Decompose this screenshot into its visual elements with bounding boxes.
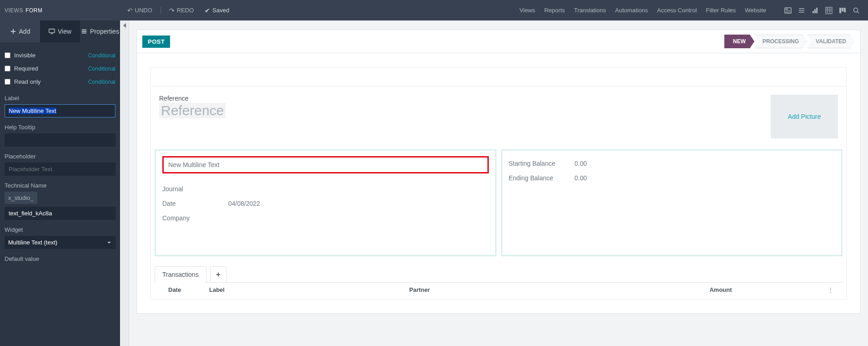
- chart-view-icon[interactable]: [812, 7, 819, 14]
- placeholder-input[interactable]: [5, 163, 115, 176]
- invisible-checkbox-input[interactable]: [5, 52, 10, 58]
- main: Add View Properties Invisible Conditiona…: [0, 20, 868, 346]
- nav-translations[interactable]: Translations: [574, 7, 606, 14]
- left-field-group: New Multiline Text Journal Date 04/08/20…: [155, 149, 497, 256]
- tab-add[interactable]: Add: [0, 20, 40, 42]
- tab-view[interactable]: View: [40, 20, 80, 42]
- ending-balance-label: Ending Balance: [509, 174, 575, 182]
- highlighted-new-field[interactable]: New Multiline Text: [162, 156, 489, 173]
- nav-automations[interactable]: Automations: [615, 7, 648, 14]
- status-processing[interactable]: PROCESSING: [754, 35, 808, 48]
- prop-readonly-row: Read only Conditional: [5, 75, 115, 88]
- sheet-inner: Reference Reference Add Picture New Mult…: [151, 67, 847, 300]
- date-label: Date: [162, 200, 228, 207]
- starting-balance-value[interactable]: 0.00: [575, 160, 587, 167]
- status-validated[interactable]: VALIDATED: [807, 35, 855, 48]
- svg-rect-9: [816, 8, 818, 13]
- svg-point-18: [854, 8, 858, 12]
- ending-balance-value[interactable]: 0.00: [575, 174, 587, 182]
- reference-label: Reference: [159, 95, 762, 102]
- readonly-label: Read only: [14, 78, 41, 85]
- redo-button[interactable]: ↷ REDO: [166, 5, 197, 16]
- collapse-icon: [123, 23, 126, 28]
- topbar-actions: ↶ UNDO ↷ REDO ✔ Saved: [43, 5, 520, 16]
- svg-rect-5: [799, 10, 804, 11]
- required-checkbox-input[interactable]: [5, 66, 10, 71]
- required-label: Required: [14, 65, 38, 72]
- widget-select[interactable]: Multiline Text (text): [5, 236, 115, 249]
- svg-rect-6: [799, 12, 804, 13]
- plus-icon: [215, 271, 221, 278]
- nav-access-control[interactable]: Access Control: [657, 7, 697, 14]
- col-label: Label: [209, 286, 409, 293]
- post-button[interactable]: POST: [142, 36, 170, 48]
- undo-label: UNDO: [135, 7, 152, 14]
- help-tooltip-input[interactable]: [5, 133, 115, 147]
- prop-required-row: Required Conditional: [5, 62, 115, 75]
- kanban-view-icon[interactable]: [839, 7, 846, 14]
- check-icon: ✔: [205, 7, 210, 14]
- svg-rect-10: [826, 7, 832, 14]
- svg-rect-16: [842, 8, 843, 11]
- technical-name-input[interactable]: [5, 207, 115, 220]
- table-options-icon[interactable]: ⋮: [818, 286, 833, 293]
- default-value-label: Default value: [5, 255, 115, 262]
- invisible-conditional-link[interactable]: Conditional: [88, 52, 115, 59]
- prop-invisible-row: Invisible Conditional: [5, 49, 115, 62]
- required-conditional-link[interactable]: Conditional: [88, 66, 115, 72]
- breadcrumb-views[interactable]: VIEWS: [5, 7, 23, 14]
- field-groups: New Multiline Text Journal Date 04/08/20…: [151, 149, 846, 260]
- tab-view-label: View: [58, 28, 71, 35]
- technical-name-label: Technical Name: [5, 182, 115, 189]
- separator: [161, 7, 161, 14]
- svg-rect-15: [839, 8, 841, 13]
- add-tab-button[interactable]: [210, 266, 226, 283]
- undo-button[interactable]: ↶ UNDO: [125, 5, 155, 16]
- properties-panel: Invisible Conditional Required Condition…: [0, 42, 120, 346]
- col-date: Date: [168, 286, 209, 293]
- undo-icon: ↶: [127, 7, 133, 14]
- svg-line-19: [858, 11, 859, 13]
- date-row: Date 04/08/2022: [162, 196, 489, 211]
- nav-views[interactable]: Views: [520, 7, 535, 14]
- invisible-checkbox[interactable]: Invisible: [5, 52, 35, 59]
- search-icon[interactable]: [853, 7, 860, 14]
- right-field-group: Starting Balance 0.00 Ending Balance 0.0…: [501, 149, 843, 256]
- starting-balance-label: Starting Balance: [509, 160, 575, 167]
- sidebar-tabs: Add View Properties: [0, 20, 120, 42]
- pivot-view-icon[interactable]: [825, 7, 833, 14]
- col-amount: Amount: [709, 286, 732, 293]
- saved-indicator: ✔ Saved: [202, 5, 232, 16]
- readonly-checkbox[interactable]: Read only: [5, 78, 41, 85]
- help-tooltip-label: Help Tooltip: [5, 124, 115, 131]
- status-new[interactable]: NEW: [724, 35, 754, 48]
- svg-rect-4: [799, 8, 804, 9]
- svg-rect-7: [813, 11, 814, 13]
- sheet-head: Reference Reference Add Picture: [151, 86, 846, 149]
- readonly-checkbox-input[interactable]: [5, 79, 10, 85]
- required-checkbox[interactable]: Required: [5, 65, 38, 72]
- tab-transactions[interactable]: Transactions: [155, 266, 206, 283]
- label-input[interactable]: [5, 104, 115, 117]
- svg-rect-24: [82, 30, 87, 31]
- svg-rect-22: [49, 29, 55, 33]
- reference-input[interactable]: Reference: [159, 103, 226, 118]
- readonly-conditional-link[interactable]: Conditional: [88, 79, 115, 85]
- add-picture-button[interactable]: Add Picture: [771, 95, 838, 138]
- title-area: Reference Reference: [159, 95, 762, 138]
- properties-icon: [81, 28, 87, 35]
- topbar-nav: Views Reports Translations Automations A…: [520, 7, 863, 14]
- monitor-icon: [49, 28, 55, 35]
- svg-rect-1: [786, 9, 788, 10]
- list-view-icon[interactable]: [798, 7, 805, 14]
- form-view-icon[interactable]: [784, 7, 792, 14]
- saved-label: Saved: [212, 7, 229, 14]
- nav-reports[interactable]: Reports: [544, 7, 565, 14]
- nav-website[interactable]: Website: [745, 7, 766, 14]
- sidebar-collapse-gutter[interactable]: [120, 20, 129, 346]
- tab-properties[interactable]: Properties: [80, 20, 120, 42]
- nav-filter-rules[interactable]: Filter Rules: [706, 7, 736, 14]
- statusbar: NEW PROCESSING VALIDATED: [725, 35, 855, 48]
- date-value[interactable]: 04/08/2022: [228, 200, 260, 207]
- svg-rect-26: [82, 33, 87, 34]
